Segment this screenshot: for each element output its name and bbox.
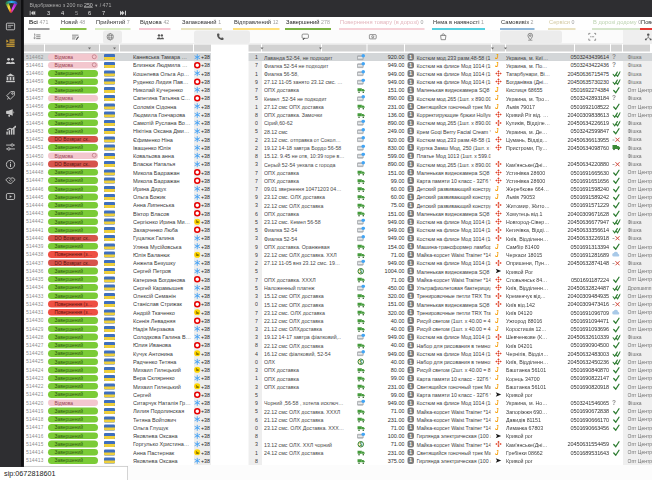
svg-text:lc: lc [196, 352, 199, 356]
svg-text:lc: lc [196, 311, 199, 315]
svg-text:lc: lc [196, 451, 199, 455]
svg-text:lc: lc [196, 385, 199, 389]
svg-text:lc: lc [196, 220, 199, 224]
svg-text:lc: lc [196, 253, 199, 257]
svg-text:lc: lc [196, 368, 199, 372]
